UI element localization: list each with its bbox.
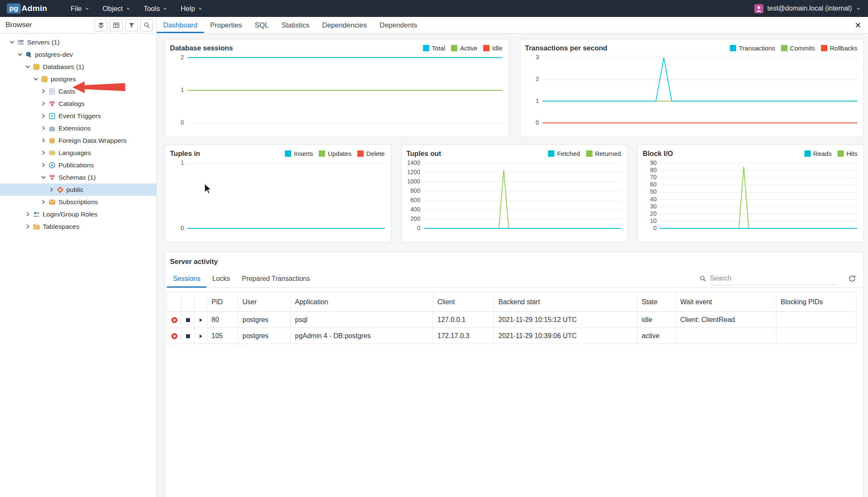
terminate-session-button[interactable] [184,317,192,324]
legend-swatch [423,45,429,51]
magnifier-icon [143,22,150,29]
tree-item-foreign-data-wrappers[interactable]: Foreign Data Wrappers [0,134,156,147]
event-triggers-icon [48,112,56,120]
filter-button[interactable] [125,19,138,31]
refresh-button[interactable] [846,273,857,284]
chart-body: 10 [165,158,391,230]
chevron-down-icon[interactable] [40,174,47,181]
chevron-down-icon[interactable] [8,39,16,46]
tree-item-publications[interactable]: Publications [0,159,156,171]
y-tick-label: 80 [650,167,657,173]
chart-legend: ReadsHits [798,150,857,157]
chevron-right-icon[interactable] [48,186,55,193]
chevron-right-icon[interactable] [40,149,47,156]
chevron-right-icon[interactable] [24,223,31,230]
tree-item-label: Schemas (1) [58,174,96,181]
chart-panel-database-sessions: Database sessionsTotalActiveIdle210 [165,39,509,137]
tab-statistics[interactable]: Statistics [275,17,316,33]
chevron-right-icon[interactable] [24,211,31,218]
tree-item-servers-1[interactable]: Servers (1) [0,36,156,48]
chevron-down-icon[interactable] [32,75,39,83]
user-avatar-icon [754,4,764,14]
chevron-down-icon[interactable] [17,51,24,58]
menu-help[interactable]: Help [174,0,209,17]
tree-item-languages[interactable]: Languages [0,147,156,159]
tab-dependencies[interactable]: Dependencies [316,17,373,33]
extensions-icon [48,125,56,132]
activity-tab-prepared-transactions[interactable]: Prepared Transactions [236,270,316,288]
tab-dashboard[interactable]: Dashboard [157,17,204,33]
chart-header: Tuples inInsertsUpdatesDelete [165,145,391,158]
expand-row-button[interactable] [197,317,204,324]
main-tabs: DashboardPropertiesSQLStatisticsDependen… [157,17,424,33]
menu-file[interactable]: File [64,0,96,17]
chevron-right-icon[interactable] [40,198,47,205]
cancel-session-button[interactable] [171,317,178,324]
chevron-right-icon[interactable] [40,88,47,95]
tree-item-catalogs[interactable]: Catalogs [0,97,156,110]
chart-legend: TotalActiveIdle [417,44,503,52]
legend-item-idle: Idle [483,44,502,52]
tree-item-public[interactable]: public [0,183,156,196]
properties-grid-button[interactable] [110,19,122,31]
column-header-backend-start[interactable]: Backend start [494,292,637,312]
object-layers-button[interactable] [95,19,107,31]
chart-title: Database sessions [170,44,233,52]
tree-item-postgres-dev[interactable]: postgres-dev [0,48,156,61]
layers-icon [97,22,105,29]
cancel-session-button[interactable] [171,333,178,340]
column-header-pid[interactable]: PID [207,292,238,312]
column-header-blocking-pids[interactable]: Blocking PIDs [776,292,857,312]
column-header-wait-event[interactable]: Wait event [676,292,776,312]
cell-wait-event [676,328,776,344]
column-header-state[interactable]: State [637,292,676,312]
chevron-right-icon[interactable] [40,100,47,107]
tree-item-casts[interactable]: Casts [0,85,156,97]
tree-item-extensions[interactable]: Extensions [0,122,156,134]
chevron-right-icon[interactable] [40,137,47,144]
user-label: test@domain.local (internal) [768,5,852,12]
close-panel-button[interactable] [848,17,868,33]
tree-item-label: Extensions [58,125,91,132]
tab-properties[interactable]: Properties [204,17,248,33]
column-header-user[interactable]: User [238,292,291,312]
chevron-down-icon[interactable] [24,63,31,70]
cell-backend-start: 2021-11-29 10:39:06 UTC [494,328,637,344]
search-button[interactable] [140,19,153,31]
tree-item-label: Languages [58,149,91,157]
legend-label: Commits [790,44,815,52]
terminate-session-button[interactable] [184,333,192,340]
menu-tools[interactable]: Tools [137,0,175,17]
legend-swatch [483,45,490,51]
tree-item-tablespaces[interactable]: Tablespaces [0,220,156,233]
tree-item-subscriptions[interactable]: Subscriptions [0,196,156,208]
y-tick-label: 3 [536,54,539,61]
column-header-client[interactable]: Client [433,292,494,312]
tab-sql[interactable]: SQL [248,17,275,33]
tree-item-event-triggers[interactable]: Event Triggers [0,110,156,122]
search-input[interactable] [710,272,837,285]
user-menu[interactable]: test@domain.local (internal) [754,4,861,14]
legend-item-updates: Updates [319,150,351,157]
tab-dependents[interactable]: Dependents [373,17,424,33]
logo-pg-badge: pg [7,3,21,14]
menu-bar: FileObjectToolsHelp [64,0,209,17]
chevron-right-icon[interactable] [40,125,47,132]
legend-label: Delete [366,150,384,157]
column-header-application[interactable]: Application [291,292,433,312]
activity-tab-locks[interactable]: Locks [206,270,236,288]
tree-item-login-group-roles[interactable]: Login/Group Roles [0,208,156,220]
activity-tab-sessions[interactable]: Sessions [167,270,206,288]
chevron-right-icon[interactable] [40,112,47,119]
browser-title: Browser [6,21,32,29]
chevron-right-icon[interactable] [40,161,47,169]
expand-row-button[interactable] [197,333,204,340]
legend-item-total: Total [423,44,445,52]
tree-item-label: Catalogs [58,100,84,108]
object-tree: Servers (1)postgres-devDatabases (1)post… [0,36,156,233]
tree-item-schemas-1[interactable]: Schemas (1) [0,171,156,183]
tree-item-postgres[interactable]: postgres [0,73,156,85]
tree-item-databases-1[interactable]: Databases (1) [0,61,156,73]
menu-object[interactable]: Object [96,0,137,17]
chart-title: Tuples out [406,150,441,158]
